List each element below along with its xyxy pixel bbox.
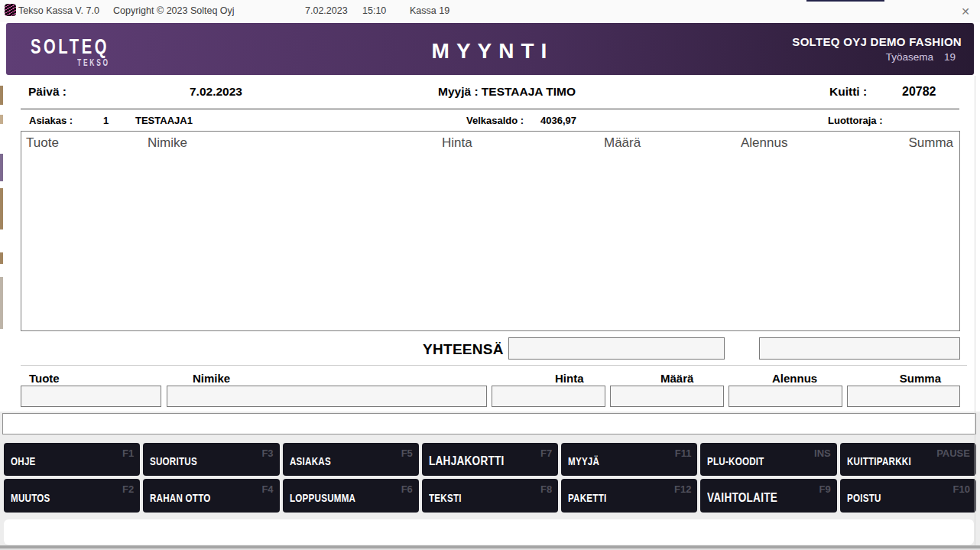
- receipt-value: 20782: [902, 85, 936, 99]
- entry-label-summa: Summa: [900, 372, 941, 385]
- loppusumma-button[interactable]: LOPPUSUMMAF6: [283, 479, 419, 513]
- paketti-button[interactable]: PAKETTIF12: [561, 479, 697, 513]
- desktop-artifact: [0, 188, 3, 229]
- page-title: MYYNTI: [432, 39, 554, 63]
- titlebar-date: 7.02.2023: [305, 5, 348, 16]
- column-header-summa: Summa: [908, 135, 953, 151]
- ohje-button[interactable]: OHJEF1: [4, 443, 140, 476]
- store-name: SOLTEQ OYJ DEMO FASHION: [792, 35, 962, 48]
- entry-input-nimike[interactable]: [167, 386, 487, 407]
- separator-line-2: [21, 365, 967, 366]
- desktop-artifact: [0, 154, 3, 181]
- workstation-info: Työasema19: [886, 51, 956, 63]
- entry-input-summa[interactable]: [847, 386, 960, 407]
- desktop-artifact: [0, 277, 3, 329]
- poistu-button[interactable]: POISTUF10: [840, 479, 976, 513]
- workstation-label: Työasema: [886, 51, 933, 63]
- close-button[interactable]: ✕: [954, 0, 977, 22]
- entry-input-maara[interactable]: [610, 386, 724, 407]
- entry-label-maara: Määrä: [660, 372, 693, 385]
- titlebar-time: 15:10: [362, 5, 386, 16]
- entry-input-hinta[interactable]: [492, 386, 605, 407]
- entry-label-hinta: Hinta: [555, 372, 584, 385]
- command-input[interactable]: [2, 413, 976, 434]
- debt-value: 4036,97: [540, 115, 576, 126]
- desktop-artifact: [0, 115, 3, 124]
- close-icon: ✕: [961, 5, 970, 18]
- myyja-button[interactable]: MYYJÄF11: [561, 443, 697, 476]
- total-label: YHTEENSÄ: [423, 341, 504, 358]
- entry-input-alennus[interactable]: [729, 386, 842, 407]
- entry-label-tuote: Tuote: [29, 372, 60, 385]
- asiakas-button[interactable]: ASIAKASF5: [283, 443, 419, 476]
- window-title: Tekso Kassa V. 7.0: [18, 5, 99, 16]
- date-label: Päivä :: [28, 85, 67, 99]
- column-header-nimike: Nimike: [148, 135, 187, 151]
- titlebar-register: Kassa 19: [410, 5, 449, 16]
- column-header-alennus: Alennus: [741, 135, 787, 151]
- column-header-hinta: Hinta: [442, 135, 472, 151]
- suoritus-button[interactable]: SUORITUSF3: [143, 443, 279, 476]
- tekso-logo-subtext: TEKSO: [77, 57, 110, 68]
- date-value: 7.02.2023: [190, 85, 242, 99]
- total-input[interactable]: [508, 337, 725, 360]
- total-secondary-input[interactable]: [759, 337, 960, 360]
- desktop-artifact: [0, 86, 3, 105]
- title-bar: Tekso Kassa V. 7.0 Copyright © 2023 Solt…: [0, 0, 980, 22]
- receipt-label: Kuitti :: [829, 85, 867, 99]
- status-strip: [4, 519, 974, 545]
- header-banner: SOLTEQ TEKSO MYYNTI SOLTEQ OYJ DEMO FASH…: [6, 23, 974, 75]
- solteq-logo: SOLTEQ: [31, 34, 109, 59]
- rahan-otto-button[interactable]: RAHAN OTTOF4: [143, 479, 279, 513]
- lahjakortti-button[interactable]: LAHJAKORTTIF7: [422, 443, 558, 476]
- entry-label-nimike: Nimike: [193, 372, 230, 385]
- customer-label: Asiakas :: [29, 115, 73, 126]
- background-window-edge: [806, 0, 884, 2]
- desktop-artifact: [0, 252, 3, 264]
- entry-label-alennus: Alennus: [772, 372, 817, 385]
- customer-number: 1: [103, 115, 109, 126]
- teksti-button[interactable]: TEKSTIF8: [422, 479, 558, 513]
- function-button-row-2: MUUTOSF2 RAHAN OTTOF4 LOPPUSUMMAF6 TEKST…: [4, 479, 976, 513]
- vaihtolaite-button[interactable]: VAIHTOLAITEF9: [700, 479, 836, 513]
- app-icon: [5, 4, 16, 16]
- seller-line: Myyjä : TESTAAJA TIMO: [438, 85, 576, 99]
- debt-label: Velkasaldo :: [466, 115, 524, 126]
- separator-line: [21, 109, 959, 109]
- items-table: Tuote Nimike Hinta Määrä Alennus Summa: [21, 131, 960, 331]
- workstation-number: 19: [944, 51, 956, 63]
- column-header-maara: Määrä: [604, 135, 641, 151]
- column-header-tuote: Tuote: [26, 135, 59, 151]
- function-button-row-1: OHJEF1 SUORITUSF3 ASIAKASF5 LAHJAKORTTIF…: [4, 443, 976, 476]
- plu-koodit-button[interactable]: PLU-KOODITINS: [700, 443, 836, 476]
- window-right-edge: [975, 76, 975, 545]
- customer-name: TESTAAJA1: [135, 115, 193, 126]
- kuittiparkki-button[interactable]: KUITTIPARKKIPAUSE: [840, 443, 976, 476]
- credit-limit-label: Luottoraja :: [828, 115, 883, 126]
- copyright-text: Copyright © 2023 Solteq Oyj: [113, 5, 235, 16]
- muutos-button[interactable]: MUUTOSF2: [4, 479, 140, 513]
- entry-input-tuote[interactable]: [21, 386, 161, 407]
